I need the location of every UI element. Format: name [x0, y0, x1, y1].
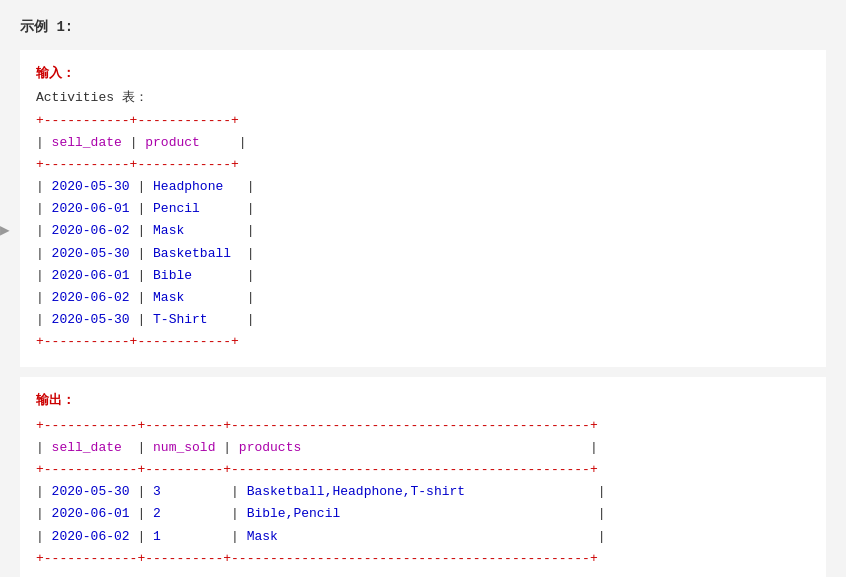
main-container: ▶ 示例 1: 输入： Activities 表： +-----------+-…: [0, 0, 846, 577]
output-table: +------------+----------+---------------…: [36, 415, 810, 570]
table-name: Activities 表：: [36, 88, 810, 106]
input-label: 输入：: [36, 64, 810, 82]
output-block: 输出： +------------+----------+-----------…: [20, 377, 826, 577]
input-block: 输入： Activities 表： +-----------+---------…: [20, 50, 826, 367]
side-arrow: ▶: [0, 220, 14, 240]
output-label: 输出：: [36, 391, 810, 409]
section-title: 示例 1:: [20, 18, 826, 36]
input-table: +-----------+------------+ | sell_date |…: [36, 110, 810, 353]
input-border-top: +-----------+: [36, 113, 137, 128]
